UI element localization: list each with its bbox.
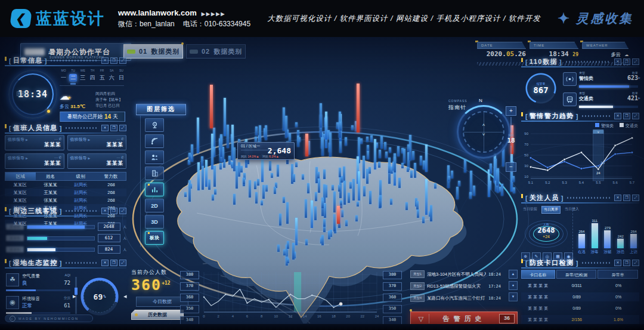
map-bar [338, 185, 340, 192]
expand-icon[interactable]: ⤢ [632, 113, 639, 119]
gauge-left-arrow[interactable]: ▶ [73, 294, 76, 299]
map-bar [394, 153, 396, 172]
svg-text:5.1: 5.1 [528, 181, 534, 184]
map-bar [348, 193, 350, 203]
phone-icon: ✆ [58, 137, 61, 141]
signal-layer-button[interactable] [145, 134, 164, 148]
window-icon[interactable]: ❐ [623, 195, 630, 201]
card-more-icon[interactable]: ⋯ ✆ [54, 155, 62, 159]
map-bar [366, 169, 369, 184]
checkpoint-header: 卡口名称异常/已检测异常率 [521, 270, 639, 279]
tab-data-category-1[interactable]: 01数据类别 [123, 44, 183, 58]
table-row: 某某某某0/890% [521, 304, 639, 313]
map-bar [496, 170, 499, 186]
map-bar [412, 151, 414, 160]
map-bar [287, 241, 289, 249]
contact-line: 微信：ben_lanlan电话：010-63334945 [118, 19, 250, 29]
traffic-type-row: 类型▶ 交通类 数量 421 [563, 91, 639, 109]
close-icon[interactable]: ✕ [101, 208, 109, 214]
trend-line-chart[interactable]: 9070503010v30245.15.25.35.45.55.65.7 [521, 129, 638, 191]
team-layer-button[interactable] [145, 150, 164, 164]
expand-icon[interactable]: ⤢ [119, 57, 126, 64]
compass-dial[interactable]: ˄ ˅ [457, 105, 510, 159]
clock-time: 18:34 [10, 89, 56, 100]
alarm-row[interactable]: 类型1湿地3-104片区有不明人员闯入18:24 [410, 270, 501, 279]
alarm-scroll-controls: ▲ ● ▼ [509, 270, 518, 301]
expand-icon[interactable]: ⤢ [119, 125, 126, 131]
building-layer-button[interactable] [145, 166, 164, 180]
svg-text:6: 6 [246, 314, 249, 318]
focus-bar-chart[interactable]: 264在逃311涉毒279涉赌242涉恐264上访 [572, 207, 638, 255]
close-icon[interactable]: ✕ [614, 113, 621, 119]
card-more-icon[interactable]: ⋯ ✆ [54, 137, 62, 141]
expand-icon[interactable]: ⤢ [119, 260, 126, 266]
close-icon[interactable]: ✕ [614, 260, 621, 266]
expand-icon[interactable]: ⤢ [632, 58, 639, 65]
bar-chart-layer-button[interactable] [145, 183, 164, 196]
close-icon[interactable]: ✕ [614, 58, 621, 65]
alarm-row[interactable]: 类型4某路口有小汽车连闯三个红灯18:24 [410, 294, 501, 303]
camera-layer-button[interactable] [145, 118, 164, 132]
map-bar [265, 185, 268, 192]
metric-air-quality: ☘ 空气质量AQI 良72 [6, 273, 70, 291]
expand-icon[interactable]: ⤢ [632, 195, 639, 201]
map-bar [279, 214, 281, 226]
duty-table-header: 区域姓名级别警力数 [5, 172, 126, 181]
panel-title: 日常信息 [13, 56, 43, 65]
scroll-down-button[interactable]: ▼ [509, 292, 518, 301]
site-url[interactable]: www.lanlanwork.com [118, 8, 197, 17]
close-icon[interactable]: ✕ [101, 57, 109, 64]
map-bar [257, 179, 259, 186]
card-more-icon[interactable]: ⋯ ✆ [116, 155, 124, 159]
gauge-right-arrow[interactable]: ▶ [123, 294, 126, 299]
expand-icon[interactable]: ⤢ [632, 260, 639, 266]
tab-left-today[interactable]: 当日离开 [541, 206, 561, 214]
tab-stay-today[interactable]: 当日驻留 [521, 206, 539, 214]
svg-text:5.5: 5.5 [596, 181, 601, 184]
alarm-row[interactable]: 类型2RD13-53烟感报警疑似火灾17:24 [410, 282, 501, 291]
map-bar [403, 149, 405, 164]
week-today: TU二 [69, 69, 77, 85]
date-widget: DATE 2020.05.26 [477, 42, 526, 60]
lanlan-logo[interactable]: ❮ 蓝蓝设计 [11, 8, 105, 29]
close-icon[interactable]: ✕ [614, 195, 621, 201]
inspiration-collect[interactable]: ✦ 灵感收集 [558, 10, 633, 27]
office-line-chart[interactable]: 024681012141618202224 [202, 270, 379, 326]
window-icon[interactable]: ❐ [110, 125, 117, 131]
tab-data-category-2[interactable]: 02数据类别 [186, 44, 246, 58]
scroll-up-button[interactable]: ▲ [509, 270, 518, 279]
window-icon[interactable]: ❐ [110, 260, 117, 266]
window-icon[interactable]: ❐ [110, 57, 117, 64]
map-bar [236, 166, 238, 189]
panel-title: 防疫卡口检测 [530, 258, 574, 267]
3d-view-button[interactable]: 3D [145, 215, 164, 229]
window-icon[interactable]: ❐ [110, 208, 117, 214]
svg-text:24: 24 [596, 171, 600, 175]
panel-passenger-flow: [周边三线客流] ✕❐⤢ 某某线 2648人 某某线 612人 某某线 824人 [5, 207, 126, 257]
window-icon[interactable]: ❐ [623, 58, 630, 65]
card-more-icon[interactable]: ⋯ ✆ [116, 137, 124, 141]
leaf-icon: ☘ [6, 273, 19, 286]
2d-view-button[interactable]: 2D [145, 199, 164, 212]
site-header: ❮ 蓝蓝设计 www.lanlanwork.com▶▶▶▶▶ 微信：ben_la… [0, 0, 644, 37]
block-view-button[interactable]: 板块 [145, 231, 164, 245]
history-data-button[interactable]: 历史数据 [131, 310, 184, 320]
close-icon[interactable]: ✕ [101, 260, 109, 266]
zoom-in-button[interactable]: + [506, 106, 516, 116]
map-bar [297, 135, 299, 147]
map-bar [233, 194, 236, 205]
map-bar [283, 249, 286, 255]
window-icon[interactable]: ❐ [623, 113, 630, 119]
made-by-footer: cMADE BY NEHOMMICON [5, 314, 93, 322]
map-bar [333, 214, 336, 232]
close-icon[interactable]: ✕ [101, 125, 109, 131]
tooltip-value: 2,648 [268, 146, 291, 155]
map-bar [332, 185, 334, 190]
expand-icon[interactable]: ⤢ [119, 208, 126, 214]
zoom-out-button[interactable]: − [506, 162, 516, 172]
map-bar [188, 160, 190, 165]
window-icon[interactable]: ❐ [623, 260, 630, 266]
svg-text:8: 8 [261, 314, 263, 318]
map-bar [333, 192, 336, 212]
bar-chart-column: 311涉毒 [590, 207, 599, 255]
